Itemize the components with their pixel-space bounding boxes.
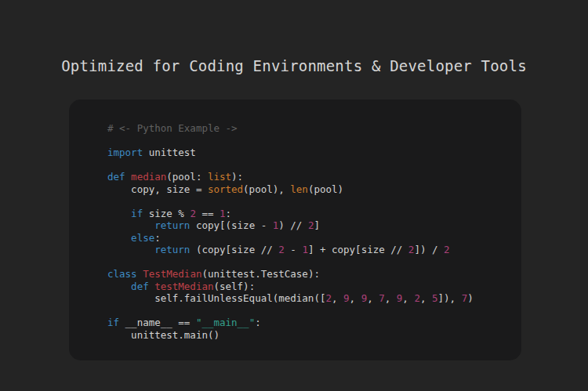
code-token: 2 xyxy=(414,292,420,304)
code-token: sorted xyxy=(208,183,243,195)
code-line: copy, size = sorted(pool), len(pool) xyxy=(107,183,474,196)
code-token: ]) / xyxy=(414,244,444,255)
code-token: 7 xyxy=(379,292,385,304)
code-token: (unittest.TestCase): xyxy=(201,268,320,280)
code-token: unittest.main() xyxy=(107,329,220,341)
code-token: if xyxy=(131,208,143,219)
code-line: def median(pool: list): xyxy=(107,171,474,183)
code-token: size % xyxy=(143,208,190,219)
code-line: self.failUnlessEqual(median([2, 9, 9, 7,… xyxy=(107,292,474,305)
code-token xyxy=(107,208,131,219)
code-token: 1 xyxy=(302,244,308,255)
code-line xyxy=(107,305,474,317)
code-token: == xyxy=(196,208,220,219)
code-token: TestMedian xyxy=(143,268,201,280)
code-token: , xyxy=(332,292,343,304)
code-token: (pool: xyxy=(166,171,208,183)
code-line: return copy[(size - 1) // 2] xyxy=(107,219,474,232)
code-token: return xyxy=(154,244,190,255)
code-token: 2 xyxy=(444,244,450,255)
code-token: "__main__" xyxy=(196,317,255,328)
code-token: (pool) xyxy=(308,183,343,195)
code-line xyxy=(107,195,474,208)
code-token: : xyxy=(226,208,232,219)
code-token: , xyxy=(420,292,432,304)
code-token: : xyxy=(255,317,261,328)
code-token xyxy=(107,219,154,231)
code-token: : xyxy=(154,232,161,244)
code-token: , xyxy=(402,292,414,304)
code-block: # <- Python Example -> import unittest d… xyxy=(107,122,474,341)
page-title: Optimized for Coding Environments & Deve… xyxy=(0,57,588,74)
code-token: - xyxy=(285,244,303,255)
code-token: import xyxy=(107,147,143,158)
code-token: (self): xyxy=(213,281,255,292)
code-token: self.failUnlessEqual(median([ xyxy=(107,292,325,304)
code-token: ) xyxy=(467,292,474,304)
code-line: import unittest xyxy=(107,147,474,159)
code-token: 9 xyxy=(343,292,350,304)
code-token: len xyxy=(290,183,308,195)
code-token: class xyxy=(107,268,137,280)
code-token: copy, size = xyxy=(107,183,208,195)
code-token: ]), xyxy=(438,292,462,304)
code-line: if __name__ == "__main__": xyxy=(107,317,474,329)
code-token: 2 xyxy=(190,208,196,219)
code-token: median xyxy=(131,171,166,183)
code-token: copy[(size - xyxy=(190,219,272,231)
code-line xyxy=(107,135,474,147)
code-token: if xyxy=(107,317,119,328)
code-token: ): xyxy=(231,171,243,183)
code-token: 1 xyxy=(220,208,226,219)
code-line: else: xyxy=(107,232,474,244)
code-token: __name__ == xyxy=(119,317,196,328)
code-line: def testMedian(self): xyxy=(107,281,474,293)
code-token: return xyxy=(154,219,190,231)
code-token: testMedian xyxy=(154,281,213,292)
code-token xyxy=(125,171,132,183)
code-token: 5 xyxy=(432,292,438,304)
code-token: else xyxy=(131,232,154,244)
code-token xyxy=(107,232,131,244)
code-line: # <- Python Example -> xyxy=(107,122,474,135)
code-token xyxy=(107,244,154,255)
code-token: 2 xyxy=(278,244,285,255)
code-line: class TestMedian(unittest.TestCase): xyxy=(107,268,474,281)
code-token: def xyxy=(107,171,125,183)
code-line: unittest.main() xyxy=(107,329,474,342)
code-token: # <- Python Example -> xyxy=(107,122,238,134)
code-line xyxy=(107,159,474,172)
code-line xyxy=(107,256,474,269)
code-token: 2 xyxy=(325,292,332,304)
code-token: , xyxy=(350,292,361,304)
code-token: (pool), xyxy=(243,183,290,195)
code-card: # <- Python Example -> import unittest d… xyxy=(69,100,521,360)
code-token: unittest xyxy=(143,147,196,158)
code-token: ] xyxy=(314,219,320,231)
code-token: ) // xyxy=(278,219,308,231)
code-token: ] + copy[size // xyxy=(308,244,408,255)
code-token: , xyxy=(385,292,397,304)
code-token: (copy[size // xyxy=(190,244,278,255)
code-token: def xyxy=(131,281,149,292)
code-token: list xyxy=(208,171,231,183)
code-line: if size % 2 == 1: xyxy=(107,208,474,220)
code-token xyxy=(107,281,131,292)
slide: Optimized for Coding Environments & Deve… xyxy=(0,0,588,391)
code-line: return (copy[size // 2 - 1] + copy[size … xyxy=(107,244,474,256)
code-token: , xyxy=(367,292,379,304)
